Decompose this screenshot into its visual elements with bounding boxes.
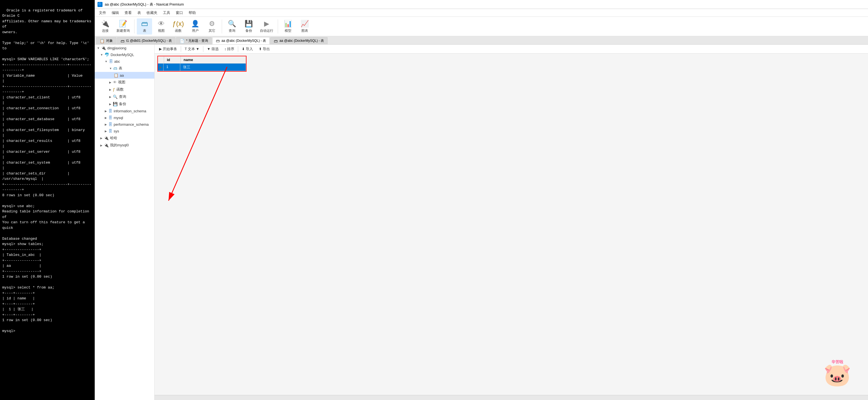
tab-aa-icon: 🗃 [216, 38, 220, 43]
chart-icon: 📈 [301, 20, 309, 28]
sidebar-item-aa[interactable]: 📋 aa [95, 72, 154, 79]
horizontal-scrollbar[interactable] [155, 395, 868, 400]
sidebar-item-performance-schema[interactable]: ▶ 🗄 performance_schema [95, 121, 154, 128]
begin-transaction-btn[interactable]: ▶ 开始事务 [157, 46, 179, 52]
sticker-emoji: 🐷 [824, 364, 851, 386]
sidebar-label-tables: 表 [119, 66, 122, 71]
sidebar-label-abc: abc [114, 59, 120, 63]
mymysql-icon: 🔌 [104, 143, 108, 147]
title-bar: 🔷 aa @abc (DockerMySQL) - 表 - Navicat Pr… [95, 0, 868, 9]
menu-tools[interactable]: 工具 [160, 9, 173, 17]
begin-transaction-label: 开始事务 [163, 47, 177, 52]
toolbar-func-btn[interactable]: ƒ(x) 函数 [170, 19, 186, 34]
svg-line-0 [168, 67, 227, 201]
toolbar-user-label: 用户 [192, 28, 198, 33]
haha-icon: 🔌 [104, 136, 108, 140]
menu-favorites[interactable]: 收藏夹 [144, 9, 160, 17]
tab-t1[interactable]: 🗃 t1 @db01 (DockerMySQL) - 表 [117, 37, 176, 44]
export-btn[interactable]: ⬆ 导出 [256, 46, 272, 52]
toolbar-autorun-label: 自动运行 [260, 28, 273, 33]
expand-icon-backup: ▶ [109, 103, 112, 106]
sidebar-item-views[interactable]: ▶ 👁 视图 [95, 79, 154, 86]
other-icon: ⚙ [209, 20, 215, 28]
tables-icon: 🗃 [113, 66, 117, 70]
toolbar-chart-btn[interactable]: 📈 图表 [297, 19, 312, 34]
query-icon: 🔍 [228, 20, 236, 28]
queries-icon: 🔍 [113, 94, 118, 99]
sidebar-item-dockermysql[interactable]: ▼ 🐬 DockerMySQL [95, 51, 154, 58]
sidebar-item-mysql[interactable]: ▶ 🗄 mysql [95, 114, 154, 121]
tab-object-label: 对象 [106, 38, 113, 43]
cell-name[interactable]: 张三 [180, 63, 246, 71]
menu-help[interactable]: 帮助 [186, 9, 198, 17]
view-icon: 👁 [158, 20, 165, 28]
sidebar-item-mymysql[interactable]: ▶ 🔌 我的mysql0 [95, 142, 154, 149]
filter-label: 筛选 [211, 47, 219, 52]
sidebar-label-perf-schema: performance_schema [114, 122, 149, 126]
newquery-icon: 📝 [119, 20, 127, 28]
menu-edit[interactable]: 编辑 [109, 9, 122, 17]
model-icon: 📊 [284, 20, 292, 28]
tab-object[interactable]: 📋 对象 [96, 37, 117, 44]
menu-window[interactable]: 窗口 [173, 9, 186, 17]
sidebar-item-dingjiaxiong[interactable]: ▼ 🔌 dingjiaxiong [95, 45, 154, 51]
tab-aa-active[interactable]: 🗃 aa @abc (DockerMySQL) - 表 [212, 37, 270, 44]
toolbar-other-btn[interactable]: ⚙ 其它 [204, 19, 219, 34]
sidebar-item-abc[interactable]: ▼ 🗄 abc [95, 58, 154, 65]
text-btn[interactable]: T 文本 ▼ [182, 46, 202, 52]
sidebar-item-sys[interactable]: ▶ 🗄 sys [95, 128, 154, 134]
tab-aa-2[interactable]: 🗃 aa @abc (DockerMySQL) - 表 [270, 37, 328, 44]
sidebar-label-sys: sys [114, 129, 119, 133]
expand-icon-mysql: ▶ [105, 116, 107, 119]
content-panel: ▶ 开始事务 T 文本 ▼ ▼ 筛选 ↕ 排序 [155, 45, 868, 400]
sidebar-label-functions: 函数 [117, 87, 124, 92]
sidebar-label-mysql: mysql [114, 116, 123, 120]
navicat-window: 🔷 aa @abc (DockerMySQL) - 表 - Navicat Pr… [95, 0, 868, 400]
tab-aa2-label: aa @abc (DockerMySQL) - 表 [279, 38, 324, 43]
expand-icon-tables: ▼ [109, 67, 112, 70]
filter-btn[interactable]: ▼ 筛选 [205, 46, 221, 52]
aa-icon: 📋 [114, 73, 118, 78]
mysql-icon: 🗄 [108, 115, 112, 120]
func-icon: ƒ(x) [173, 20, 184, 28]
import-btn[interactable]: ⬇ 导入 [240, 46, 255, 52]
header-marker [158, 56, 164, 63]
sort-btn[interactable]: ↕ 排序 [222, 46, 237, 52]
sidebar-item-information-schema[interactable]: ▶ 🗄 information_schema [95, 108, 154, 114]
menu-file[interactable]: 文件 [96, 9, 109, 17]
toolbar-table-btn[interactable]: 🗃 表 [137, 19, 152, 34]
toolbar-backup-btn[interactable]: 💾 备份 [241, 19, 256, 34]
cell-id[interactable]: 1 [163, 63, 180, 71]
terminal-panel: Oracle is a registered trademark of Orac… [0, 0, 95, 400]
export-label: 导出 [263, 47, 270, 52]
toolbar-view-btn[interactable]: 👁 视图 [154, 19, 169, 34]
menu-table[interactable]: 表 [134, 9, 144, 17]
toolbar-user-btn[interactable]: 👤 用户 [187, 19, 203, 34]
table-header: id name [158, 56, 246, 63]
menu-view[interactable]: 查看 [122, 9, 134, 17]
backup-icon: 💾 [245, 20, 253, 28]
sidebar-label-dingjiaxiong: dingjiaxiong [107, 46, 126, 50]
sidebar-item-tables[interactable]: ▼ 🗃 表 [95, 65, 154, 72]
sidebar-item-haha[interactable]: ▶ 🔌 哈哈 [95, 134, 154, 142]
tab-untitled-query[interactable]: 📄 * 无标题 - 查询 [176, 37, 212, 44]
toolbar-table-label: 表 [143, 28, 146, 33]
sort-label: 排序 [227, 47, 234, 52]
toolbar-query-btn[interactable]: 🔍 查询 [224, 19, 240, 34]
toolbar-newquery-btn[interactable]: 📝 新建查询 [114, 19, 132, 34]
window-icon: 🔷 [97, 2, 102, 7]
toolbar-autorun-btn[interactable]: ▶ 自动运行 [258, 19, 276, 34]
table-row[interactable]: ▶ 1 张三 [158, 63, 246, 71]
toolbar-sep-1 [134, 20, 134, 33]
sidebar-item-functions[interactable]: ▶ ƒ 函数 [95, 86, 154, 93]
sidebar-item-queries[interactable]: ▶ 🔍 查询 [95, 93, 154, 101]
emoji-sticker: 辛苦啦 🐷 [824, 360, 851, 386]
sidebar-label-queries: 查询 [119, 94, 126, 99]
tab-object-icon: 📋 [100, 39, 104, 43]
tab-bar: 📋 对象 🗃 t1 @db01 (DockerMySQL) - 表 📄 * 无标… [95, 36, 868, 45]
dockermysql-icon: 🐬 [104, 52, 109, 57]
sidebar-item-backup[interactable]: ▶ 💾 备份 [95, 101, 154, 108]
expand-icon-queries: ▶ [109, 95, 112, 98]
toolbar-connect-btn[interactable]: 🔌 连接 [97, 19, 113, 34]
toolbar-model-btn[interactable]: 📊 模型 [280, 19, 296, 34]
